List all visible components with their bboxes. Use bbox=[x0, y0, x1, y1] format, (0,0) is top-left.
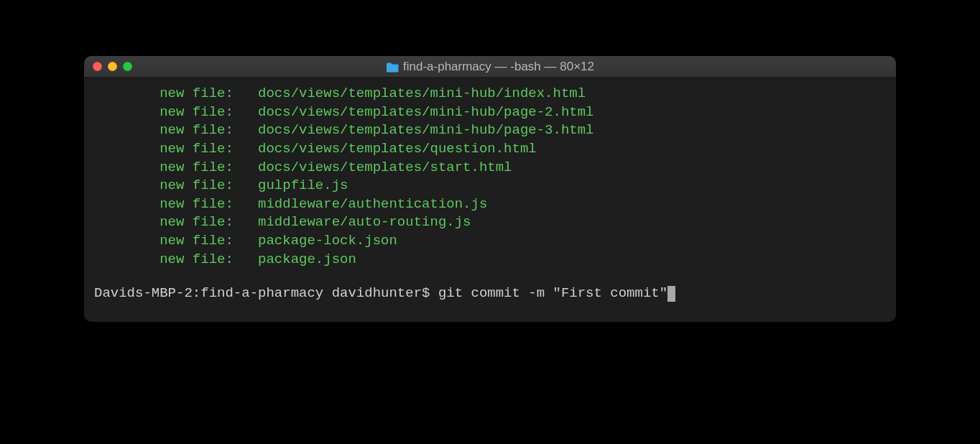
traffic-lights bbox=[93, 62, 132, 71]
git-status-line: new file: docs/views/templates/mini-hub/… bbox=[94, 103, 886, 122]
prompt-text: Davids-MBP-2:find-a-pharmacy davidhunter… bbox=[94, 285, 667, 303]
git-status-line: new file: middleware/authentication.js bbox=[94, 195, 886, 214]
git-status-line: new file: package-lock.json bbox=[94, 232, 886, 251]
git-status-line: new file: docs/views/templates/mini-hub/… bbox=[94, 85, 886, 103]
terminal-window: find-a-pharmacy — -bash — 80×12 new file… bbox=[84, 56, 896, 322]
window-title-text: find-a-pharmacy — -bash — 80×12 bbox=[403, 60, 594, 74]
terminal-output[interactable]: new file: docs/views/templates/mini-hub/… bbox=[84, 78, 896, 322]
git-status-line: new file: package.json bbox=[94, 251, 886, 269]
git-status-line: new file: docs/views/templates/mini-hub/… bbox=[94, 121, 886, 140]
git-status-line: new file: middleware/auto-routing.js bbox=[94, 213, 886, 232]
git-status-line: new file: docs/views/templates/start.htm… bbox=[94, 159, 886, 177]
folder-icon bbox=[386, 62, 399, 72]
close-button[interactable] bbox=[93, 62, 102, 71]
git-status-line: new file: docs/views/templates/question.… bbox=[94, 140, 886, 159]
window-title: find-a-pharmacy — -bash — 80×12 bbox=[386, 60, 594, 74]
git-status-line: new file: gulpfile.js bbox=[94, 177, 886, 195]
title-bar[interactable]: find-a-pharmacy — -bash — 80×12 bbox=[84, 56, 896, 78]
maximize-button[interactable] bbox=[123, 62, 132, 71]
prompt-line[interactable]: Davids-MBP-2:find-a-pharmacy davidhunter… bbox=[94, 285, 886, 303]
cursor bbox=[667, 286, 675, 302]
minimize-button[interactable] bbox=[108, 62, 117, 71]
